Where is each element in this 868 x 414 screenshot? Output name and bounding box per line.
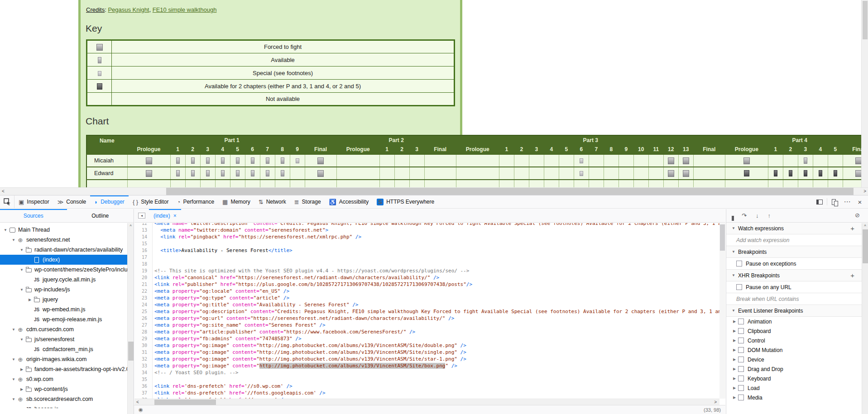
tree-item-main-thread[interactable]: ▼Main Thread <box>0 225 128 235</box>
tree-vscroll-thumb[interactable] <box>128 342 134 361</box>
twisty-open-icon[interactable]: ▼ <box>11 357 16 362</box>
twisty-closed-icon[interactable]: ▶ <box>732 319 737 324</box>
twisty-open-icon[interactable]: ▼ <box>19 288 24 292</box>
twisty-closed-icon[interactable]: ▶ <box>19 387 24 391</box>
event-category-media[interactable]: ▶Media <box>726 393 868 402</box>
section-header-breakpoints[interactable]: ▼Breakpoints <box>726 246 868 258</box>
event-category-animation[interactable]: ▶Animation <box>726 317 868 326</box>
line-number[interactable]: 25 <box>134 308 150 315</box>
add-xhr-breakpoints-icon[interactable]: + <box>850 271 854 279</box>
twisty-open-icon[interactable]: ▼ <box>11 377 16 381</box>
dock-side-icon[interactable] <box>814 196 825 207</box>
tree-item-wp-content-js[interactable]: ▶wp-content/js <box>0 384 128 394</box>
checkbox-pause-on-any-url[interactable] <box>736 284 742 290</box>
source-tab-index[interactable]: (index) × <box>149 209 181 223</box>
tree-item-index[interactable]: (index) <box>0 255 128 265</box>
line-number[interactable]: 23 <box>134 295 150 301</box>
twisty-open-icon[interactable]: ▼ <box>19 268 24 272</box>
line-number[interactable]: 21 <box>134 281 150 288</box>
right-panel-scroll-up-icon[interactable]: ^ <box>862 224 868 228</box>
responsive-mode-icon[interactable] <box>829 196 840 207</box>
line-number[interactable]: 33 <box>134 362 150 369</box>
step-in-button[interactable]: ↓ <box>756 213 759 219</box>
tab-performance[interactable]: ◔Performance <box>173 195 219 208</box>
tab-accessibility[interactable]: ♿Accessibility <box>325 195 373 208</box>
line-number[interactable]: 31 <box>134 349 150 356</box>
twisty-closed-icon[interactable]: ▶ <box>732 376 737 381</box>
twisty-closed-icon[interactable]: ▶ <box>732 357 737 362</box>
event-category-keyboard[interactable]: ▶Keyboard <box>726 374 868 383</box>
event-category-clipboard[interactable]: ▶Clipboard <box>726 326 868 336</box>
tree-item-sb-scorecardresearch-com[interactable]: ▼⊕sb.scorecardresearch.com <box>0 394 128 404</box>
tree-item-wp-includes-js[interactable]: ▼wp-includes/js <box>0 285 128 295</box>
close-devtools-icon[interactable]: × <box>854 196 865 207</box>
tab-storage[interactable]: ≣Storage <box>290 195 325 208</box>
panel-tab-outline[interactable]: Outline <box>67 209 134 222</box>
pick-element-button[interactable] <box>0 195 14 208</box>
checkbox-load[interactable] <box>738 385 744 391</box>
twisty-closed-icon[interactable]: ▶ <box>19 367 24 371</box>
tab-memory[interactable]: ▦Memory <box>218 195 254 208</box>
toggle-sources-panel-icon[interactable]: ◂ <box>138 213 145 219</box>
tree-scroll-up-icon[interactable]: ^ <box>128 224 134 228</box>
event-category-control[interactable]: ▶Control <box>726 336 868 345</box>
tree-vertical-scrollbar[interactable]: ^ v <box>127 223 134 414</box>
twisty-open-icon[interactable]: ▼ <box>11 397 16 401</box>
line-number[interactable]: 27 <box>134 322 150 328</box>
event-category-device[interactable]: ▶Device <box>726 355 868 364</box>
section-header-xhr-breakpoints[interactable]: ▼XHR Breakpoints+ <box>726 270 868 281</box>
tree-item-serenesforest-net[interactable]: ▼⊕serenesforest.net <box>0 235 128 245</box>
tab-network[interactable]: ⇅Network <box>254 195 290 208</box>
tree-item-jquery[interactable]: ▶jquery <box>0 295 128 305</box>
twisty-open-icon[interactable]: ▼ <box>19 248 24 252</box>
twisty-closed-icon[interactable]: ▶ <box>732 348 737 352</box>
event-category-dom-mutation[interactable]: ▶DOM Mutation <box>726 345 868 355</box>
checkbox-device[interactable] <box>738 357 744 362</box>
line-number[interactable]: 19 <box>134 267 150 274</box>
checkbox-drag-and-drop[interactable] <box>738 366 744 372</box>
tree-item-wp-emoji-release-min-js[interactable]: JSwp-emoji-release.min.js <box>0 314 128 324</box>
input-add-watch-expression[interactable]: Add watch expression <box>726 234 868 246</box>
twisty-open-icon[interactable]: ▼ <box>11 328 16 332</box>
twisty-closed-icon[interactable]: ▶ <box>732 367 737 371</box>
scroll-left-arrow-icon[interactable]: < <box>2 188 5 195</box>
line-number[interactable]: 32 <box>134 356 150 362</box>
line-number[interactable]: 30 <box>134 342 150 349</box>
option-pause-on-exceptions[interactable]: Pause on exceptions <box>726 258 868 270</box>
checkbox-media[interactable] <box>738 395 744 400</box>
disable-breakpoints-icon[interactable]: ⊘ <box>855 212 860 218</box>
page-horizontal-scrollbar[interactable]: < > <box>0 187 868 195</box>
tab-inspector[interactable]: ▣Inspector <box>14 195 53 208</box>
line-number[interactable]: 26 <box>134 315 150 322</box>
line-number[interactable]: 18 <box>134 261 150 267</box>
tree-item-wp-embed-min-js[interactable]: JSwp-embed.min.js <box>0 305 128 314</box>
add-watch-expressions-icon[interactable]: + <box>850 224 854 232</box>
option-pause-on-any-url[interactable]: Pause on any URL <box>726 281 868 293</box>
twisty-open-icon[interactable]: ▼ <box>731 226 736 230</box>
event-category-load[interactable]: ▶Load <box>726 383 868 393</box>
twisty-open-icon[interactable]: ▼ <box>731 250 736 254</box>
event-category-drag-and-drop[interactable]: ▶Drag and Drop <box>726 364 868 374</box>
checkbox-pause-on-exceptions[interactable] <box>736 261 742 266</box>
line-number[interactable]: 15 <box>134 240 150 247</box>
checkbox-control[interactable] <box>738 338 744 343</box>
step-over-button[interactable]: ↷ <box>742 213 747 219</box>
twisty-open-icon[interactable]: ▼ <box>3 228 8 232</box>
editor-vertical-scrollbar[interactable] <box>719 223 725 399</box>
tab-debugger[interactable]: ◗Debugger <box>90 195 129 208</box>
section-header-event-listener-breakpoints[interactable]: ▼Event Listener Breakpoints <box>726 305 868 317</box>
twisty-closed-icon[interactable]: ▶ <box>732 338 737 343</box>
tree-item-wp-content-themes-zeestylepro-includes[interactable]: ▼wp-content/themes/zeeStylePro/includes, <box>0 265 128 275</box>
twisty-open-icon[interactable]: ▼ <box>19 338 24 342</box>
input-break-when-url-contains[interactable]: Break when URL contains <box>726 293 868 305</box>
line-number[interactable]: 22 <box>134 288 150 295</box>
credit-link-pegasus-knight[interactable]: Pegasus Knight <box>108 6 149 13</box>
checkbox-keyboard[interactable] <box>738 376 744 381</box>
tree-item-jquery-cycle-all-min-js[interactable]: JSjquery.cycle.all.min.js <box>0 275 128 285</box>
line-number[interactable]: 16 <box>134 247 150 254</box>
tab-console[interactable]: ≫Console <box>53 195 91 208</box>
scroll-right-arrow-icon[interactable]: > <box>863 188 866 195</box>
devtools-menu-icon[interactable]: ⋯ <box>842 196 853 207</box>
checkbox-dom-mutation[interactable] <box>738 347 744 353</box>
twisty-open-icon[interactable]: ▼ <box>731 273 736 277</box>
